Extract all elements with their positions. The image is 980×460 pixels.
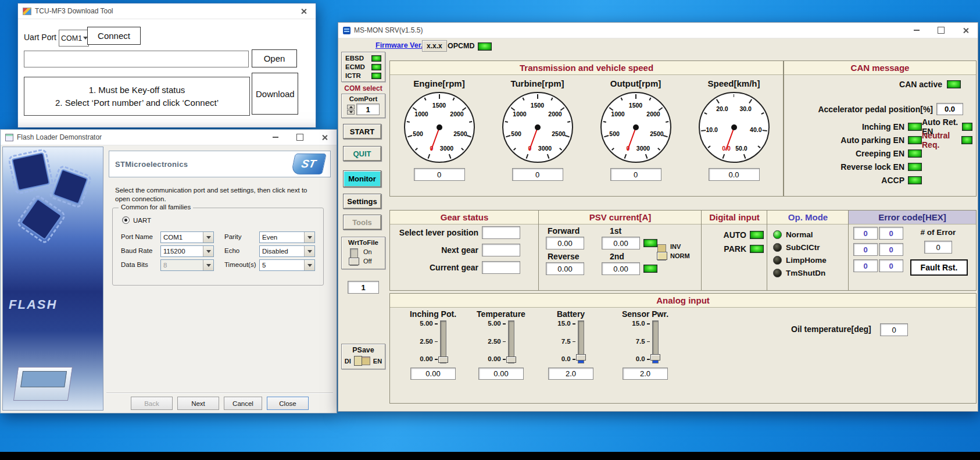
inv-norm-toggle[interactable] [657,244,666,261]
comport-spinner[interactable] [347,105,355,115]
di-label: DI [345,358,351,365]
tick-mark [734,94,735,97]
baud-rate-select[interactable]: 115200 [160,245,214,257]
slider-tick-label: 0.00 [420,356,438,362]
uart-port-select[interactable]: COM1 [59,30,89,47]
uart-radio-row[interactable]: UART [122,216,151,224]
file-path-input[interactable] [24,51,249,67]
tick-mark [537,94,538,99]
led-icon [371,55,381,62]
slider-track[interactable] [652,320,659,363]
slider-track[interactable] [440,320,446,363]
echo-select[interactable]: Disabled [259,245,315,257]
chevron-down-icon[interactable] [304,260,314,270]
download-button[interactable]: Download [252,73,298,115]
temperature-value-field: 0.00 [478,368,524,380]
digital-panel-title: Digital input [702,211,767,224]
back-button[interactable]: Back [131,397,173,410]
slider-track[interactable] [578,320,584,363]
open-button[interactable]: Open [252,49,297,67]
slider-tick-label: 5.00 [488,320,506,327]
gauge-label: Turbine[rpm] [510,79,564,88]
slider-thumb[interactable] [576,354,586,361]
next-button[interactable]: Next [177,397,219,410]
slider-tick-label: 0.0 [632,356,650,362]
slider-tick-label: 2.50 [420,338,438,345]
psave-toggle[interactable] [354,356,370,365]
op-mode-normal[interactable]: Normal [773,228,827,241]
tick-mark [452,98,455,101]
oil-temperature-label: Oil temperature[deg] [791,325,871,334]
slider-label: Temperature [477,309,525,319]
current-gear-field[interactable] [482,261,520,274]
op-mode-subclctr[interactable]: SubClCtr [773,241,827,254]
fault-reset-button[interactable]: Fault Rst. [910,259,968,276]
chevron-down-icon[interactable] [304,232,314,243]
slider-thumb[interactable] [506,356,516,363]
uart-radio-label: UART [133,217,151,224]
subclctr-label: SubClCtr [786,243,820,252]
st-header-bar: STMicroelectronics ST [109,151,331,177]
slider-label: Battery [557,309,585,319]
gauge-needle [627,127,636,151]
parity-select[interactable]: Even [259,231,315,243]
write-file-index-field[interactable]: 1 [348,281,379,294]
msmon-close-button[interactable] [953,23,978,38]
msmon-app-icon [343,27,350,34]
tick-mark [559,148,562,151]
port-name-select[interactable]: COM1 [160,231,214,243]
select-lever-position-field[interactable] [482,226,520,239]
timeout-s-select[interactable]: 5 [259,259,315,271]
chevron-down-icon[interactable] [304,246,314,256]
reverse-label: Reverse [548,252,580,261]
toggle-thumb [354,356,362,366]
flash-minimize-button[interactable] [263,130,288,145]
msmon-titlebar[interactable]: MS-MON SRV(v1.5.5) [338,23,978,38]
msmon-maximize-button[interactable] [929,23,953,38]
error-code-field: 0 [853,227,878,240]
slider-track[interactable] [508,320,514,363]
next-gear-field[interactable] [482,244,520,256]
gauge-turbine: Turbine[rpm]0500100015002000250030000 [488,74,586,196]
analog-panel-title: Analog input [390,294,976,308]
common-families-groupbox: Common for all families UART Port NameCO… [112,208,324,286]
msmon-minimize-button[interactable] [904,23,929,38]
slider-thumb[interactable] [650,354,660,361]
norm-label: NORM [670,252,690,259]
taskbar[interactable] [0,452,980,460]
firmware-version-value[interactable]: x.x.x [422,40,447,52]
chevron-down-icon[interactable] [203,232,213,243]
accel-pedal-row: Accelerator pedal position[%] 0.0 [784,103,963,115]
flash-maximize-button[interactable] [288,130,312,145]
firmware-version-link[interactable]: Firmware Ver. [375,41,423,49]
radio-led-icon [773,243,782,252]
flash-titlebar[interactable]: Flash Loader Demonstrator [1,130,337,145]
slider-thumb[interactable] [438,356,448,363]
tcu-titlebar[interactable]: TCU-MF3 Download Tool [18,3,316,19]
connect-button[interactable]: Connect [87,27,141,45]
spin-down-button[interactable] [347,110,355,115]
op-mode-tmshutdn[interactable]: TmShutDn [773,266,827,279]
gauge-speed: Speed[km/h]0.010.020.030.040.050.00.0 [685,74,783,196]
flash-close-button[interactable] [312,130,337,145]
monitor-button[interactable]: Monitor [343,170,381,187]
comport-value-field[interactable]: 1 [356,104,380,115]
led-icon [643,265,657,273]
gauge-hub [633,124,639,130]
tick-mark [448,154,451,159]
settings-button[interactable]: Settings [343,194,381,209]
op-mode-limphome[interactable]: LimpHome [773,254,827,266]
gauge-tick-label: 1000 [414,110,428,117]
neutral-req-label: Neutral Req. [922,131,958,149]
write-to-file-toggle[interactable] [350,248,358,266]
st-brand-label: STMicroelectronics [115,160,188,169]
tcu-close-button[interactable] [291,3,316,19]
instruction-line-1: 1. Must be Key-off status [24,85,249,95]
start-button[interactable]: START [343,124,381,139]
quit-button[interactable]: QUIT [343,146,381,161]
chevron-down-icon[interactable] [203,246,213,256]
close-button[interactable]: Close [267,397,309,410]
led-icon [643,239,657,247]
spin-up-button[interactable] [347,105,355,109]
cancel-button[interactable]: Cancel [224,397,262,410]
